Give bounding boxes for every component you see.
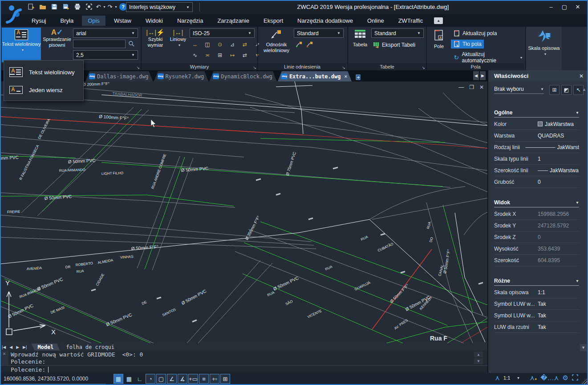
text-height-combo[interactable]: 2,5▼ bbox=[73, 50, 138, 60]
layout-prev-button[interactable]: ◀ bbox=[8, 345, 14, 349]
menu-item-tekst-wieloliniowy[interactable]: Tekst wieloliniowy bbox=[4, 63, 83, 81]
lineweight-toggle-icon[interactable]: ≡ bbox=[199, 374, 209, 384]
command-scroll-up-button[interactable]: ▲ bbox=[474, 352, 483, 357]
dyn-ucs-toggle-icon[interactable]: +▫ bbox=[210, 374, 219, 384]
property-row[interactable]: LUW dla rzutniTak bbox=[494, 321, 579, 333]
ribbon-tab-narz-dzia-dodatkowe[interactable]: Narzędzia dodatkowe bbox=[292, 16, 359, 26]
section-header[interactable]: Widok▼ bbox=[494, 199, 579, 207]
save-icon[interactable] bbox=[50, 2, 59, 11]
add-leader-icon[interactable] bbox=[296, 41, 303, 48]
select-objects-icon[interactable]: ◩ bbox=[561, 85, 572, 95]
annotation-scale-value[interactable]: 1:1 bbox=[503, 375, 510, 381]
property-row[interactable]: Wysokość353.6439 bbox=[494, 243, 579, 255]
new-document-button[interactable] bbox=[353, 73, 363, 81]
dim-style-combo[interactable]: ISO-25▼ bbox=[190, 28, 255, 38]
property-row[interactable]: Symbol LUW w...Tak bbox=[494, 298, 579, 310]
doc-minimize-button[interactable]: — bbox=[458, 84, 464, 90]
annotation-scale-status-icon[interactable]: ⋏ bbox=[495, 374, 500, 382]
auto-update-button[interactable]: ↻ Aktualizuj automatycznie▾ bbox=[451, 50, 524, 65]
property-row[interactable]: Symbol LUW w...Tak bbox=[494, 310, 579, 321]
doc-tab-Extra-bute-dwg[interactable]: dwgExtra...bute.dwg✕ bbox=[278, 71, 352, 81]
dim-tool-icon[interactable]: ⇄ bbox=[239, 40, 250, 49]
ribbon-tab-widoki[interactable]: Widoki bbox=[140, 16, 169, 26]
units-toggle-icon[interactable]: ⊞ bbox=[220, 374, 230, 384]
property-value[interactable]: QUADRAS bbox=[538, 133, 579, 139]
doc-close-button[interactable]: ✕ bbox=[479, 84, 484, 90]
property-value[interactable]: JakWarstwa bbox=[538, 121, 579, 127]
save-as-icon[interactable] bbox=[61, 2, 70, 11]
collapse-icon[interactable]: ▼ bbox=[576, 201, 579, 205]
property-row[interactable]: Szerokość604.8395 bbox=[494, 255, 579, 266]
ribbon-collapse-button[interactable]: ▲ bbox=[434, 17, 443, 24]
properties-close-icon[interactable]: ✕ bbox=[579, 73, 584, 79]
update-fields-button[interactable]: Aktualizuj pola bbox=[451, 29, 499, 38]
property-value[interactable]: 353.6439 bbox=[538, 246, 579, 252]
dim-tool-icon[interactable]: ≍ bbox=[202, 51, 213, 60]
command-input[interactable]: Polecenie: bbox=[0, 365, 487, 373]
open-folder-icon[interactable] bbox=[38, 2, 47, 11]
workspace-selector[interactable]: Interfejs wstążkowy▼ bbox=[126, 2, 193, 12]
layout-tab-folha-de-croqui[interactable]: folha de croqui bbox=[60, 344, 121, 351]
command-close-icon[interactable]: ✕ bbox=[3, 351, 6, 357]
tabele-launcher-icon[interactable]: ↘ bbox=[422, 65, 425, 70]
maximize-button[interactable]: ▢ bbox=[558, 0, 571, 13]
ribbon-tab-zarz-dzanie[interactable]: Zarządzanie bbox=[211, 16, 255, 26]
annotation-scale-button[interactable]: Skala opisowa▾ bbox=[528, 28, 560, 69]
dim-tool-icon[interactable]: ↦ bbox=[227, 51, 238, 60]
annotation-scale-caret-icon[interactable]: ▼ bbox=[516, 376, 520, 380]
ribbon-tab-opis[interactable]: Opis bbox=[82, 16, 105, 26]
mleader-style-combo[interactable]: Standard▼ bbox=[294, 28, 344, 38]
field-background-button[interactable]: Tło pola bbox=[451, 40, 484, 49]
selection-filter-combo[interactable]: Brak wyboru▼ bbox=[494, 86, 544, 94]
tab-scroll-left-button[interactable]: ◀ bbox=[473, 71, 479, 80]
undo-icon[interactable]: ↶▾ bbox=[96, 2, 105, 11]
property-value[interactable]: 1:1 bbox=[538, 289, 579, 296]
property-value[interactable]: 1 bbox=[538, 156, 579, 162]
linie-launcher-icon[interactable]: ↘ bbox=[342, 65, 345, 70]
property-value[interactable]: 247128.5792 bbox=[538, 223, 579, 229]
property-value[interactable]: 0 bbox=[538, 179, 579, 185]
command-line-panel[interactable]: ✕ Wprowadź nową wartość GRIDMODE <0>: 0P… bbox=[0, 351, 487, 373]
property-value[interactable]: Tak bbox=[538, 301, 579, 307]
tab-scroll-right-button[interactable]: ▶ bbox=[480, 71, 486, 80]
settings-gear-icon[interactable]: ⚙ bbox=[563, 374, 568, 382]
property-row[interactable]: Szerokość linii――JakWarstwa bbox=[494, 165, 579, 176]
export-table-button[interactable]: Eksport Tabeli bbox=[370, 41, 418, 49]
property-row[interactable]: Rodzaj linii――――――JakWarst bbox=[494, 142, 579, 153]
layout-tab-Model[interactable]: Model bbox=[31, 344, 60, 351]
doc-restore-button[interactable]: ❐ bbox=[469, 84, 474, 90]
section-header[interactable]: Różne▼ bbox=[494, 278, 579, 286]
osnap-toggle-icon[interactable]: ▢ bbox=[156, 374, 166, 384]
property-row[interactable]: Środek Y247128.5792 bbox=[494, 220, 579, 231]
dim-tool-icon[interactable]: ⊿ bbox=[227, 40, 238, 49]
annotation-autoscale-icon[interactable]: �…⋏ bbox=[540, 374, 559, 382]
dim-tool-icon[interactable]: ∿ bbox=[190, 51, 200, 60]
ribbon-tab-narz-dzia[interactable]: Narzędzia bbox=[171, 16, 209, 26]
layout-last-button[interactable]: ▶| bbox=[21, 345, 28, 349]
ribbon-tab-wstaw[interactable]: Wstaw bbox=[108, 16, 137, 26]
property-row[interactable]: Grubość0 bbox=[494, 176, 579, 188]
property-value[interactable]: 159988.2956 bbox=[538, 211, 579, 217]
wymiary-launcher-icon[interactable]: ↘ bbox=[253, 65, 256, 70]
layout-next-button[interactable]: ▶ bbox=[14, 345, 21, 349]
ortho-toggle-icon[interactable]: ∟ bbox=[135, 374, 145, 384]
snap-toggle-icon[interactable]: ▦ bbox=[114, 374, 123, 384]
polar-track-toggle-icon[interactable]: ∡ bbox=[178, 374, 187, 384]
property-row[interactable]: Skala opisowa1:1 bbox=[494, 287, 579, 298]
annotation-visibility-icon[interactable]: ⋏● bbox=[530, 374, 537, 382]
doc-tab-close-icon[interactable]: ✕ bbox=[344, 73, 347, 79]
drawing-canvas[interactable]: Ø 200mm F°F°TRABALHADORØ 100mm F°F°DE OL… bbox=[0, 81, 487, 343]
otrack-toggle-icon[interactable]: ∠ bbox=[167, 374, 177, 384]
collapse-icon[interactable]: ▼ bbox=[576, 111, 579, 115]
property-row[interactable]: WarstwaQUADRAS bbox=[494, 130, 579, 142]
section-header[interactable]: Ogólne▼ bbox=[494, 109, 579, 118]
remove-leader-icon[interactable] bbox=[306, 41, 313, 48]
property-value[interactable]: ――JakWarstwa bbox=[538, 167, 579, 174]
property-value[interactable]: Tak bbox=[538, 324, 579, 330]
ribbon-tab-bry-a[interactable]: Bryła bbox=[55, 16, 80, 26]
tekst-launcher-icon[interactable]: ↘ bbox=[136, 65, 140, 70]
doc-tab-DynamicBlock-dwg[interactable]: dwgDynamicBlock.dwg bbox=[209, 71, 277, 81]
property-value[interactable]: 0 bbox=[538, 234, 579, 240]
properties-scroll-up-icon[interactable]: ▲ bbox=[582, 87, 586, 92]
polar-toggle-icon[interactable]: ◔ bbox=[146, 374, 155, 384]
